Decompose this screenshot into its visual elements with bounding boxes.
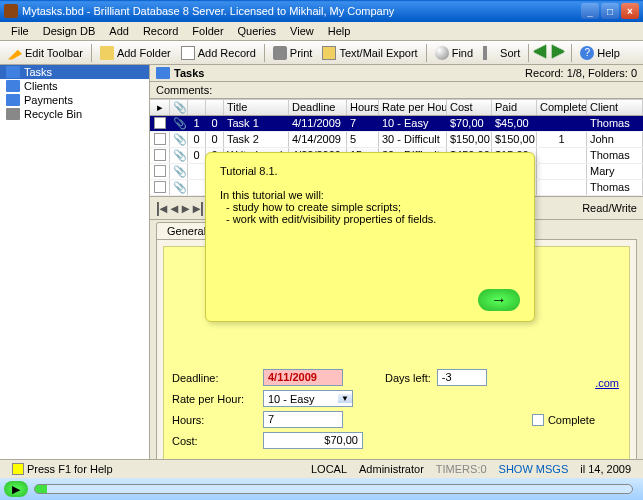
col-header[interactable]: Deadline — [289, 100, 347, 115]
tree-label: Payments — [24, 94, 73, 106]
help-button[interactable]: ?Help — [576, 44, 624, 62]
help-icon: ? — [580, 46, 594, 60]
add-record-label: Add Record — [198, 47, 256, 59]
status-local: LOCAL — [305, 463, 353, 475]
deadline-field[interactable]: 4/11/2009 — [263, 369, 343, 386]
col-header[interactable]: Hours — [347, 100, 379, 115]
col-header[interactable]: Title — [224, 100, 289, 115]
menu-queries[interactable]: Queries — [231, 23, 284, 39]
cost-field[interactable]: $70,00 — [263, 432, 363, 449]
progress-bar[interactable] — [34, 484, 633, 494]
col-header[interactable]: Rate per Hou — [379, 100, 447, 115]
menu-view[interactable]: View — [283, 23, 321, 39]
folder-icon — [6, 80, 20, 92]
menu-help[interactable]: Help — [321, 23, 358, 39]
nav-fwd-button[interactable]: ⯈ — [551, 47, 567, 59]
record-counter: Record: 1/8, Folders: 0 — [525, 67, 637, 79]
menu-file[interactable]: File — [4, 23, 36, 39]
find-button[interactable]: Find — [431, 44, 477, 62]
status-msgs[interactable]: SHOW MSGS — [493, 463, 575, 475]
complete-label: Complete — [548, 414, 595, 426]
add-folder-label: Add Folder — [117, 47, 171, 59]
table-row[interactable]: 📎00Task 24/14/2009530 - Difficult$150,00… — [150, 132, 643, 148]
edit-toolbar-label: Edit Toolbar — [25, 47, 83, 59]
first-record-button[interactable]: |◂ — [156, 200, 167, 216]
days-left-label: Days left: — [385, 372, 431, 384]
maximize-button[interactable]: □ — [601, 3, 619, 19]
last-record-button[interactable]: ▸| — [193, 200, 204, 216]
menu-folder[interactable]: Folder — [185, 23, 230, 39]
sort-button[interactable]: Sort — [479, 44, 524, 62]
play-button[interactable]: ▶ — [4, 481, 28, 497]
hours-label: Hours: — [172, 414, 257, 426]
menu-design-db[interactable]: Design DB — [36, 23, 103, 39]
menu-record[interactable]: Record — [136, 23, 185, 39]
prev-record-button[interactable]: ◂ — [171, 200, 178, 216]
minimize-button[interactable]: _ — [581, 3, 599, 19]
export-button[interactable]: Text/Mail Export — [318, 44, 421, 62]
tutorial-title: Tutorial 8.1. — [220, 165, 520, 177]
tree-payments[interactable]: Payments — [0, 93, 149, 107]
cost-label: Cost: — [172, 435, 257, 447]
tutorial-intro: In this tutorial we will: — [220, 189, 520, 201]
com-link[interactable]: .com — [595, 377, 619, 389]
status-hint: Press F1 for Help — [27, 463, 113, 475]
status-admin: Administrator — [353, 463, 430, 475]
rate-value: 10 - Easy — [264, 392, 338, 406]
tutorial-bullet-2: - work with edit/visibility properties o… — [220, 213, 520, 225]
col-header[interactable]: Cost — [447, 100, 492, 115]
tree-label: Tasks — [24, 66, 52, 78]
status-date: il 14, 2009 — [574, 463, 637, 475]
printer-icon — [273, 46, 287, 60]
read-write-toggle[interactable]: Read/Write — [582, 202, 637, 214]
window-title: Mytasks.bbd - Brilliant Database 8 Serve… — [22, 5, 581, 17]
col-header[interactable]: Complete — [537, 100, 587, 115]
tasks-icon — [156, 67, 170, 79]
record-icon — [181, 46, 195, 60]
close-button[interactable]: × — [621, 3, 639, 19]
next-record-button[interactable]: ▸ — [182, 200, 189, 216]
tree-clients[interactable]: Clients — [0, 79, 149, 93]
add-record-button[interactable]: Add Record — [177, 44, 260, 62]
mail-icon — [322, 46, 336, 60]
print-label: Print — [290, 47, 313, 59]
menu-add[interactable]: Add — [102, 23, 136, 39]
tree-recycle-bin[interactable]: Recycle Bin — [0, 107, 149, 121]
rate-label: Rate per Hour: — [172, 393, 257, 405]
col-header[interactable] — [188, 100, 206, 115]
sort-label: Sort — [500, 47, 520, 59]
col-header[interactable]: Client — [587, 100, 643, 115]
checkbox-icon — [532, 414, 544, 426]
folder-icon — [6, 108, 20, 120]
days-left-field[interactable]: -3 — [437, 369, 487, 386]
tutorial-next-button[interactable]: → — [478, 289, 520, 311]
content-title: Tasks — [174, 67, 204, 79]
add-folder-button[interactable]: Add Folder — [96, 44, 175, 62]
magnifier-icon — [435, 46, 449, 60]
edit-toolbar-button[interactable]: Edit Toolbar — [4, 44, 87, 62]
tutorial-bullet-1: - study how to create simple scripts; — [220, 201, 520, 213]
col-header[interactable]: Paid — [492, 100, 537, 115]
col-header[interactable]: ▸ — [150, 100, 170, 115]
complete-checkbox[interactable]: Complete — [532, 414, 595, 426]
print-button[interactable]: Print — [269, 44, 317, 62]
find-label: Find — [452, 47, 473, 59]
folder-icon — [100, 46, 114, 60]
deadline-label: Deadline: — [172, 372, 257, 384]
rate-combo[interactable]: 10 - Easy▼ — [263, 390, 353, 407]
tutorial-balloon: Tutorial 8.1. In this tutorial we will: … — [205, 152, 535, 322]
tree-label: Recycle Bin — [24, 108, 82, 120]
nav-back-button[interactable]: ⯇ — [533, 47, 549, 59]
col-header[interactable] — [206, 100, 224, 115]
help-label: Help — [597, 47, 620, 59]
status-timers: TIMERS:0 — [430, 463, 493, 475]
chevron-down-icon[interactable]: ▼ — [338, 394, 352, 403]
hours-field[interactable]: 7 — [263, 411, 343, 428]
comments-label: Comments: — [150, 82, 643, 99]
folder-icon — [6, 94, 20, 106]
col-header[interactable]: 📎 — [170, 100, 188, 115]
tree-tasks[interactable]: Tasks — [0, 65, 149, 79]
pencil-icon — [8, 46, 22, 60]
tree-label: Clients — [24, 80, 58, 92]
table-row[interactable]: 📎10Task 14/11/2009710 - Easy$70,00$45,00… — [150, 116, 643, 132]
